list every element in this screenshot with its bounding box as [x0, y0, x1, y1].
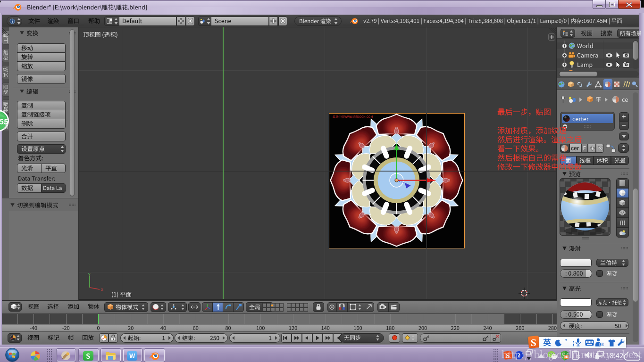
svg-text:?: ? — [518, 352, 520, 359]
svg-text:39: 39 — [601, 343, 604, 346]
svg-text:y: y — [88, 272, 91, 276]
svg-text:x: x — [101, 287, 103, 291]
